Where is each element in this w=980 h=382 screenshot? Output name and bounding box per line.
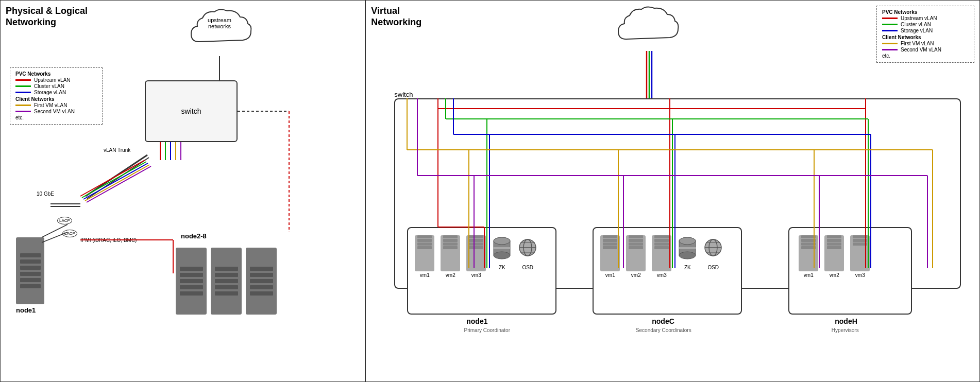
left-switch: switch <box>145 80 238 142</box>
svg-point-24 <box>494 237 510 245</box>
nodeC-vm2: vm2 <box>626 235 646 278</box>
r-firstvm-line <box>882 43 898 44</box>
legend-storage: Storage vLAN <box>15 90 97 95</box>
svg-line-14 <box>87 166 151 202</box>
secondvm-label: Second VM vLAN <box>34 109 75 114</box>
legend-firstvm: First VM vLAN <box>15 102 97 108</box>
right-cloud <box>613 6 680 52</box>
ipmi-label: IPMI (iDRAC, iLO, BMC) <box>80 237 137 243</box>
upstream-label: Upstream vLAN <box>34 77 71 83</box>
node1-vm2: vm2 <box>441 235 460 278</box>
svg-point-23 <box>494 252 510 259</box>
legend-pvc-title: PVC Networks <box>15 71 97 77</box>
node28-label: node2-8 <box>181 232 207 240</box>
vlan-trunk-label: vLAN Trunk <box>104 147 130 153</box>
right-legend-storage: Storage vLAN <box>882 28 969 33</box>
nodeC-vm2-label: vm2 <box>626 272 646 278</box>
left-title: Physical & LogicalNetworking <box>6 6 360 28</box>
r-etc-label: etc. <box>882 53 890 59</box>
r-secondvm-label: Second VM vLAN <box>901 47 941 53</box>
svg-point-34 <box>679 237 696 245</box>
right-panel: VirtualNetworking PVC Networks Upstream … <box>366 1 979 382</box>
lacp-badge-1: LACP <box>57 217 72 224</box>
right-legend-client-title: Client Networks <box>882 34 969 40</box>
etc-label: etc. <box>15 115 24 120</box>
firstvm-line <box>15 105 31 106</box>
left-panel: Physical & LogicalNetworking PVC Network… <box>1 1 366 382</box>
storage-line <box>15 92 31 93</box>
svg-line-8 <box>86 155 147 196</box>
nodeC-vm3: vm3 <box>652 235 671 278</box>
r-secondvm-line <box>882 49 898 50</box>
right-legend-pvc-title: PVC Networks <box>882 9 969 15</box>
nodeC-osd: OSD <box>703 235 723 270</box>
r-firstvm-label: First VM vLAN <box>901 41 934 46</box>
cluster-line <box>15 85 31 87</box>
right-legend-firstvm: First VM vLAN <box>882 41 969 46</box>
svg-rect-25 <box>494 247 510 249</box>
right-legend-upstream: Upstream vLAN <box>882 15 969 21</box>
nodeC-group-sublabel: Secondary Coordinators <box>618 327 708 333</box>
node1-group-sublabel: Primary Coordinator <box>451 327 523 333</box>
svg-line-11 <box>82 162 146 198</box>
upstream-cloud: upstreamnetworks <box>186 6 253 57</box>
svg-line-9 <box>87 158 149 199</box>
main-container: Physical & LogicalNetworking PVC Network… <box>0 0 980 382</box>
firstvm-label: First VM vLAN <box>34 102 67 108</box>
svg-line-10 <box>80 160 145 196</box>
nodeH-vm3-label: vm3 <box>850 272 870 278</box>
cloud-label: upstreamnetworks <box>201 17 238 29</box>
right-legend-cluster: Cluster vLAN <box>882 22 969 27</box>
nodeH-vm3: vm3 <box>850 235 870 278</box>
r-upstream-line <box>882 18 898 19</box>
svg-rect-35 <box>679 247 696 249</box>
legend-cluster: Cluster vLAN <box>15 83 97 89</box>
nodeC-vm3-label: vm3 <box>652 272 671 278</box>
upstream-line <box>15 79 31 81</box>
node1-osd: OSD <box>518 235 537 270</box>
node1-osd-label: OSD <box>518 265 537 270</box>
left-switch-label: switch <box>181 107 201 115</box>
gbe-label: 10 GbE <box>37 191 54 197</box>
node1-zk-label: ZK <box>492 265 512 270</box>
node1-vm2-label: vm2 <box>441 272 460 278</box>
nodeH-vm1-label: vm1 <box>799 272 818 278</box>
lacp-badge-2: LACP <box>62 230 77 237</box>
node1-group-label: node1 <box>466 317 487 325</box>
node1-vm1-label: vm1 <box>415 272 434 278</box>
nodeC-vm1-label: vm1 <box>600 272 620 278</box>
r-storage-label: Storage vLAN <box>901 28 933 33</box>
r-upstream-label: Upstream vLAN <box>901 15 937 21</box>
legend-client-title: Client Networks <box>15 96 97 102</box>
right-switch-label: switch <box>394 91 413 98</box>
left-legend: PVC Networks Upstream vLAN Cluster vLAN … <box>10 67 103 125</box>
nodeH-vm2: vm2 <box>824 235 844 278</box>
legend-etc: etc. <box>15 115 97 120</box>
node1-vm3: vm3 <box>466 235 486 278</box>
nodeC-osd-label: OSD <box>703 265 723 270</box>
legend-upstream: Upstream vLAN <box>15 77 97 83</box>
left-lines-svg <box>1 1 366 382</box>
secondvm-line <box>15 111 31 112</box>
node28-servers <box>176 248 277 315</box>
storage-label: Storage vLAN <box>34 90 66 95</box>
cluster-label: Cluster vLAN <box>34 83 64 89</box>
node1-vm3-label: vm3 <box>466 272 486 278</box>
node1-zk: ZK <box>492 235 512 270</box>
right-legend-etc: etc. <box>882 53 969 59</box>
right-legend-secondvm: Second VM vLAN <box>882 47 969 53</box>
r-storage-line <box>882 30 898 31</box>
svg-line-13 <box>85 165 149 201</box>
nodeH-vm2-label: vm2 <box>824 272 844 278</box>
nodeH-vm1: vm1 <box>799 235 818 278</box>
nodeH-group-sublabel: Hypervisors <box>812 327 878 333</box>
nodeC-vm1: vm1 <box>600 235 620 278</box>
r-cluster-line <box>882 24 898 25</box>
node1-server: node1 <box>16 237 44 314</box>
r-cluster-label: Cluster vLAN <box>901 22 931 27</box>
node1-vm1: vm1 <box>415 235 434 278</box>
svg-line-12 <box>83 163 148 199</box>
nodeC-zk-label: ZK <box>678 265 697 270</box>
node1-label: node1 <box>16 306 44 314</box>
nodeC-zk: ZK <box>678 235 697 270</box>
